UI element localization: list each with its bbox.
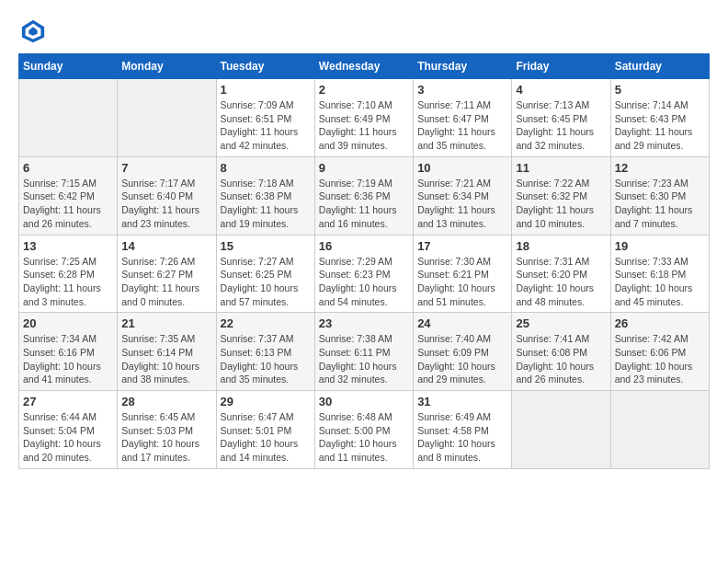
day-detail: Sunrise: 7:25 AMSunset: 6:28 PMDaylight:… — [23, 255, 113, 309]
calendar-cell: 14Sunrise: 7:26 AMSunset: 6:27 PMDayligh… — [118, 235, 216, 313]
weekday-header-row: SundayMondayTuesdayWednesdayThursdayFrid… — [19, 54, 710, 79]
day-number: 29 — [221, 395, 311, 408]
calendar-week-row: 6Sunrise: 7:15 AMSunset: 6:42 PMDaylight… — [19, 156, 710, 235]
calendar-cell: 8Sunrise: 7:18 AMSunset: 6:38 PMDaylight… — [216, 156, 314, 235]
calendar-cell: 11Sunrise: 7:22 AMSunset: 6:32 PMDayligh… — [512, 156, 610, 235]
day-detail: Sunrise: 7:27 AMSunset: 6:25 PMDaylight:… — [221, 255, 311, 309]
day-number: 16 — [319, 239, 409, 253]
day-number: 24 — [417, 316, 507, 330]
day-number: 26 — [615, 316, 705, 330]
calendar-cell: 18Sunrise: 7:31 AMSunset: 6:20 PMDayligh… — [512, 235, 610, 313]
day-number: 6 — [23, 161, 113, 175]
calendar-week-row: 27Sunrise: 6:44 AMSunset: 5:04 PMDayligh… — [19, 391, 710, 469]
day-detail: Sunrise: 7:13 AMSunset: 6:45 PMDaylight:… — [516, 98, 606, 153]
day-number: 30 — [319, 395, 409, 408]
day-number: 21 — [121, 316, 211, 330]
weekday-header: Wednesday — [314, 54, 413, 79]
calendar-cell: 21Sunrise: 7:35 AMSunset: 6:14 PMDayligh… — [118, 313, 216, 391]
day-number: 19 — [615, 239, 705, 253]
day-detail: Sunrise: 7:09 AMSunset: 6:51 PMDaylight:… — [221, 98, 311, 153]
day-number: 15 — [221, 239, 311, 253]
day-detail: Sunrise: 7:19 AMSunset: 6:36 PMDaylight:… — [319, 177, 409, 231]
calendar-cell: 20Sunrise: 7:34 AMSunset: 6:16 PMDayligh… — [19, 313, 118, 391]
calendar-cell: 23Sunrise: 7:38 AMSunset: 6:11 PMDayligh… — [314, 313, 413, 391]
calendar-cell: 27Sunrise: 6:44 AMSunset: 5:04 PMDayligh… — [19, 391, 118, 469]
weekday-header: Tuesday — [216, 54, 314, 79]
calendar-cell: 25Sunrise: 7:41 AMSunset: 6:08 PMDayligh… — [512, 313, 610, 391]
calendar-cell: 10Sunrise: 7:21 AMSunset: 6:34 PMDayligh… — [414, 156, 512, 235]
day-number: 3 — [417, 83, 507, 97]
weekday-header: Sunday — [19, 54, 118, 79]
day-number: 4 — [516, 83, 606, 97]
day-detail: Sunrise: 7:14 AMSunset: 6:43 PMDaylight:… — [615, 98, 705, 153]
day-detail: Sunrise: 7:42 AMSunset: 6:06 PMDaylight:… — [615, 332, 705, 386]
day-detail: Sunrise: 6:45 AMSunset: 5:03 PMDaylight:… — [121, 410, 211, 465]
calendar-cell — [610, 391, 709, 469]
calendar-cell: 26Sunrise: 7:42 AMSunset: 6:06 PMDayligh… — [610, 313, 709, 391]
day-detail: Sunrise: 7:33 AMSunset: 6:18 PMDaylight:… — [615, 255, 705, 309]
calendar-cell: 3Sunrise: 7:11 AMSunset: 6:47 PMDaylight… — [414, 79, 512, 157]
calendar-cell: 17Sunrise: 7:30 AMSunset: 6:21 PMDayligh… — [414, 235, 512, 313]
day-detail: Sunrise: 6:48 AMSunset: 5:00 PMDaylight:… — [319, 410, 409, 465]
day-number: 5 — [615, 83, 705, 97]
day-detail: Sunrise: 6:47 AMSunset: 5:01 PMDaylight:… — [221, 410, 311, 465]
day-number: 14 — [121, 239, 211, 253]
calendar-cell: 31Sunrise: 6:49 AMSunset: 4:58 PMDayligh… — [414, 391, 512, 469]
calendar-cell: 22Sunrise: 7:37 AMSunset: 6:13 PMDayligh… — [216, 313, 314, 391]
day-detail: Sunrise: 7:31 AMSunset: 6:20 PMDaylight:… — [516, 255, 606, 309]
day-number: 2 — [319, 83, 409, 97]
day-detail: Sunrise: 7:17 AMSunset: 6:40 PMDaylight:… — [121, 177, 211, 231]
weekday-header: Thursday — [414, 54, 512, 79]
day-detail: Sunrise: 7:10 AMSunset: 6:49 PMDaylight:… — [319, 98, 409, 153]
calendar-week-row: 1Sunrise: 7:09 AMSunset: 6:51 PMDaylight… — [19, 79, 710, 157]
day-number: 8 — [221, 161, 311, 175]
calendar-cell: 12Sunrise: 7:23 AMSunset: 6:30 PMDayligh… — [610, 156, 709, 235]
day-number: 18 — [516, 239, 606, 253]
calendar-cell: 30Sunrise: 6:48 AMSunset: 5:00 PMDayligh… — [314, 391, 413, 469]
calendar-cell: 5Sunrise: 7:14 AMSunset: 6:43 PMDaylight… — [610, 79, 709, 157]
weekday-header: Friday — [512, 54, 610, 79]
day-detail: Sunrise: 7:11 AMSunset: 6:47 PMDaylight:… — [417, 98, 507, 153]
day-number: 17 — [417, 239, 507, 253]
day-number: 7 — [121, 161, 211, 175]
calendar-cell: 7Sunrise: 7:17 AMSunset: 6:40 PMDaylight… — [118, 156, 216, 235]
day-number: 9 — [319, 161, 409, 175]
calendar-table: SundayMondayTuesdayWednesdayThursdayFrid… — [18, 53, 710, 469]
day-detail: Sunrise: 7:23 AMSunset: 6:30 PMDaylight:… — [615, 177, 705, 231]
calendar-cell — [118, 79, 216, 157]
calendar-cell: 1Sunrise: 7:09 AMSunset: 6:51 PMDaylight… — [216, 79, 314, 157]
day-detail: Sunrise: 7:40 AMSunset: 6:09 PMDaylight:… — [417, 332, 507, 386]
day-detail: Sunrise: 7:22 AMSunset: 6:32 PMDaylight:… — [516, 177, 606, 231]
logo-icon — [20, 18, 46, 44]
weekday-header: Monday — [118, 54, 216, 79]
calendar-cell: 16Sunrise: 7:29 AMSunset: 6:23 PMDayligh… — [314, 235, 413, 313]
day-number: 11 — [516, 161, 606, 175]
calendar-week-row: 13Sunrise: 7:25 AMSunset: 6:28 PMDayligh… — [19, 235, 710, 313]
calendar-week-row: 20Sunrise: 7:34 AMSunset: 6:16 PMDayligh… — [19, 313, 710, 391]
logo — [18, 18, 46, 44]
day-detail: Sunrise: 7:37 AMSunset: 6:13 PMDaylight:… — [221, 332, 311, 386]
calendar-cell: 24Sunrise: 7:40 AMSunset: 6:09 PMDayligh… — [414, 313, 512, 391]
day-detail: Sunrise: 7:30 AMSunset: 6:21 PMDaylight:… — [417, 255, 507, 309]
day-number: 25 — [516, 316, 606, 330]
weekday-header: Saturday — [610, 54, 709, 79]
calendar-cell: 19Sunrise: 7:33 AMSunset: 6:18 PMDayligh… — [610, 235, 709, 313]
day-detail: Sunrise: 7:41 AMSunset: 6:08 PMDaylight:… — [516, 332, 606, 386]
day-detail: Sunrise: 7:21 AMSunset: 6:34 PMDaylight:… — [417, 177, 507, 231]
calendar-cell — [19, 79, 118, 157]
day-detail: Sunrise: 7:34 AMSunset: 6:16 PMDaylight:… — [23, 332, 113, 386]
calendar-cell — [512, 391, 610, 469]
calendar-cell: 9Sunrise: 7:19 AMSunset: 6:36 PMDaylight… — [314, 156, 413, 235]
calendar-cell: 28Sunrise: 6:45 AMSunset: 5:03 PMDayligh… — [118, 391, 216, 469]
calendar-cell: 6Sunrise: 7:15 AMSunset: 6:42 PMDaylight… — [19, 156, 118, 235]
calendar-cell: 29Sunrise: 6:47 AMSunset: 5:01 PMDayligh… — [216, 391, 314, 469]
calendar-cell: 2Sunrise: 7:10 AMSunset: 6:49 PMDaylight… — [314, 79, 413, 157]
day-number: 23 — [319, 316, 409, 330]
day-number: 1 — [221, 83, 311, 97]
day-number: 10 — [417, 161, 507, 175]
day-detail: Sunrise: 6:49 AMSunset: 4:58 PMDaylight:… — [417, 410, 507, 465]
day-number: 12 — [615, 161, 705, 175]
page-header — [18, 18, 710, 44]
day-number: 28 — [121, 395, 211, 408]
day-detail: Sunrise: 7:35 AMSunset: 6:14 PMDaylight:… — [121, 332, 211, 386]
